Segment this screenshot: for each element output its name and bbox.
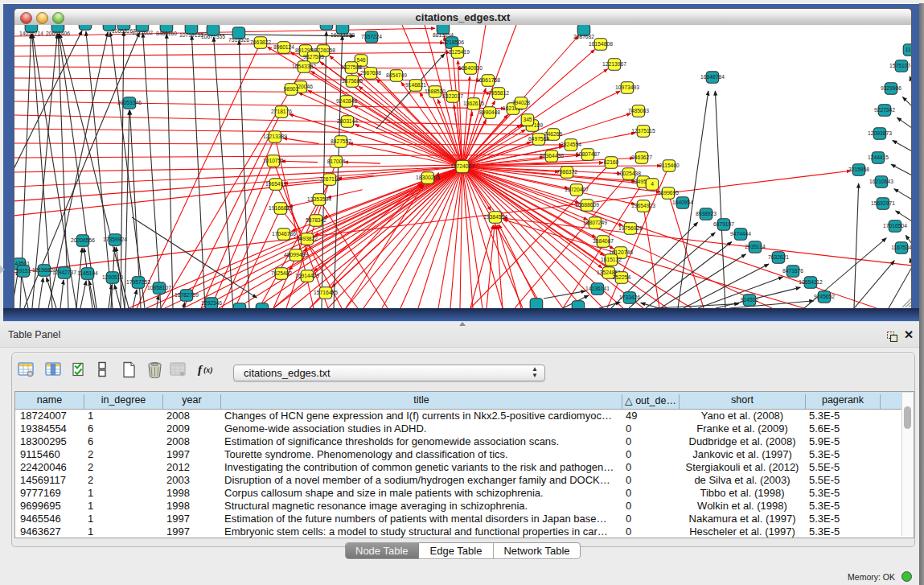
- svg-text:19756928: 19756928: [618, 225, 643, 231]
- svg-text:17046786: 17046786: [272, 231, 296, 237]
- svg-text:12942737: 12942737: [52, 270, 76, 275]
- svg-text:10807487: 10807487: [576, 151, 600, 157]
- svg-text:6497568: 6497568: [528, 136, 549, 142]
- svg-text:12213389: 12213389: [263, 134, 287, 139]
- svg-text:1010755: 1010755: [263, 158, 284, 163]
- svg-text:3875685: 3875685: [342, 78, 363, 84]
- svg-text:13353594: 13353594: [307, 196, 331, 202]
- svg-text:20364436: 20364436: [540, 153, 564, 159]
- svg-text:17016504: 17016504: [883, 223, 907, 229]
- svg-text:10671355: 10671355: [201, 34, 225, 39]
- svg-text:14055714: 14055714: [19, 31, 43, 36]
- svg-text:15751074: 15751074: [889, 63, 912, 68]
- svg-text:10688609: 10688609: [575, 202, 599, 208]
- svg-text:19384554: 19384554: [483, 214, 507, 220]
- svg-text:2935114: 2935114: [745, 244, 766, 249]
- svg-text:16914479: 16914479: [295, 273, 319, 278]
- svg-text:9329966: 9329966: [881, 85, 901, 91]
- svg-text:14136141: 14136141: [585, 286, 610, 291]
- svg-text:13125419: 13125419: [446, 49, 470, 55]
- svg-text:17359924: 17359924: [103, 237, 127, 242]
- svg-text:(x): (x): [203, 365, 213, 375]
- svg-text:16210643: 16210643: [869, 179, 893, 184]
- svg-text:1290513: 1290513: [102, 274, 123, 280]
- svg-text:13218506: 13218506: [440, 39, 464, 45]
- svg-text:1965491: 1965491: [265, 181, 286, 187]
- svg-text:6879197: 6879197: [713, 221, 734, 227]
- svg-text:8322037: 8322037: [442, 93, 463, 99]
- svg-text:20691406: 20691406: [46, 31, 70, 36]
- svg-text:1145194: 1145194: [77, 270, 98, 276]
- svg-text:1362615: 1362615: [463, 101, 484, 106]
- svg-text:2687682: 2687682: [573, 34, 594, 39]
- svg-text:4: 4: [651, 181, 654, 187]
- svg-text:10025438: 10025438: [617, 171, 641, 176]
- svg-text:7663822: 7663822: [250, 39, 271, 45]
- svg-text:2803144: 2803144: [337, 118, 358, 124]
- svg-text:12375115: 12375115: [631, 128, 655, 134]
- svg-text:252254: 252254: [613, 274, 631, 280]
- svg-text:16640910: 16640910: [458, 65, 483, 71]
- svg-text:8427552: 8427552: [331, 138, 351, 144]
- svg-text:8466160: 8466160: [156, 31, 177, 36]
- svg-text:9327505: 9327505: [303, 54, 324, 60]
- svg-text:345: 345: [523, 117, 532, 122]
- svg-text:112: 112: [906, 47, 912, 52]
- svg-text:924502: 924502: [741, 297, 759, 303]
- svg-text:7986372: 7986372: [556, 169, 577, 175]
- svg-text:7955812: 7955812: [488, 90, 509, 96]
- svg-text:16543382: 16543382: [292, 64, 316, 69]
- svg-text:5493822: 5493822: [297, 236, 318, 241]
- svg-text:7485063: 7485063: [628, 108, 649, 113]
- svg-text:12093873: 12093873: [868, 130, 892, 136]
- svg-text:62160: 62160: [604, 159, 619, 165]
- svg-text:12213967: 12213967: [602, 61, 626, 67]
- svg-text:1615132: 1615132: [601, 257, 622, 262]
- svg-text:3684067: 3684067: [593, 238, 614, 244]
- svg-text:17957253: 17957253: [126, 279, 150, 285]
- svg-text:16782759: 16782759: [175, 292, 199, 298]
- svg-text:16648784: 16648784: [700, 74, 725, 80]
- svg-text:9227342: 9227342: [874, 107, 895, 113]
- svg-text:9242848: 9242848: [336, 98, 357, 104]
- svg-text:20206556: 20206556: [71, 237, 95, 243]
- svg-text:9245652: 9245652: [814, 294, 835, 299]
- svg-text:19654923: 19654923: [631, 203, 655, 208]
- svg-text:1527602: 1527602: [132, 30, 153, 35]
- svg-text:9327508: 9327508: [341, 64, 362, 70]
- svg-text:16961758: 16961758: [476, 77, 500, 83]
- svg-text:794028: 794028: [512, 100, 531, 105]
- svg-text:98901: 98901: [284, 86, 299, 92]
- svg-text:1292346: 1292346: [201, 300, 222, 306]
- svg-text:15720407: 15720407: [565, 187, 589, 192]
- svg-text:7632621: 7632621: [768, 254, 789, 260]
- svg-text:6699695: 6699695: [658, 190, 679, 196]
- svg-text:9463627: 9463627: [631, 154, 652, 160]
- svg-text:5878342: 5878342: [306, 217, 326, 223]
- svg-text:3267110: 3267110: [319, 176, 340, 182]
- svg-text:10973493: 10973493: [615, 84, 639, 90]
- svg-text:3215958: 3215958: [848, 167, 869, 172]
- svg-text:39151: 39151: [16, 268, 31, 274]
- svg-text:2718176: 2718176: [271, 109, 292, 114]
- svg-text:20053346: 20053346: [117, 100, 142, 105]
- svg-text:18300295: 18300295: [416, 175, 440, 180]
- svg-text:16154808: 16154808: [589, 41, 613, 47]
- svg-text:1733426: 1733426: [619, 295, 640, 300]
- svg-text:10958107: 10958107: [147, 285, 171, 290]
- svg-text:8938923: 8938923: [696, 211, 717, 216]
- svg-text:1640954: 1640954: [672, 200, 693, 205]
- svg-text:3824554: 3824554: [561, 142, 581, 147]
- svg-text:546: 546: [356, 57, 365, 63]
- svg-text:8471676: 8471676: [782, 268, 803, 274]
- svg-text:15692971: 15692971: [871, 200, 895, 206]
- svg-text:18807249: 18807249: [583, 220, 607, 225]
- svg-text:7515526: 7515526: [228, 37, 249, 43]
- svg-text:9474444: 9474444: [730, 231, 751, 237]
- svg-text:8454749: 8454749: [386, 72, 407, 78]
- svg-text:2967608: 2967608: [360, 70, 381, 76]
- svg-text:16033809: 16033809: [331, 32, 355, 38]
- svg-text:15716485: 15716485: [314, 290, 338, 295]
- svg-text:10719155: 10719155: [179, 32, 203, 38]
- svg-text:1244415: 1244415: [868, 154, 889, 160]
